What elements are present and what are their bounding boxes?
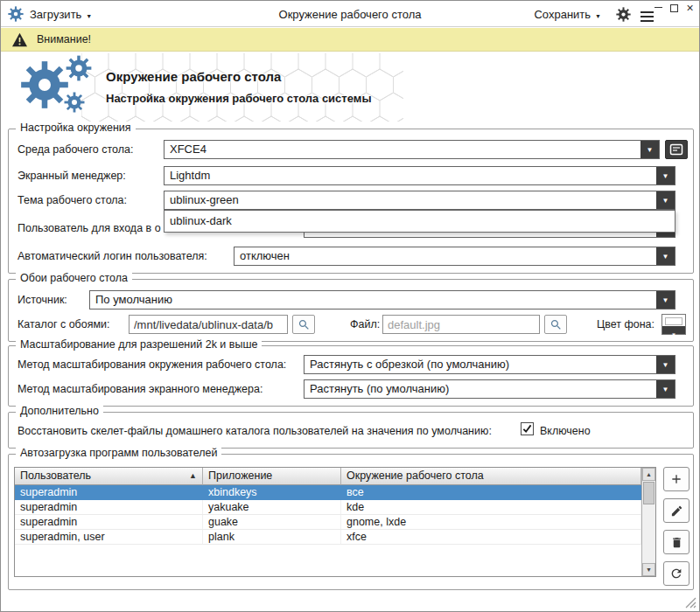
browse-file-button[interactable]	[544, 315, 567, 334]
group-legend: Обои рабочего стола	[16, 272, 132, 284]
warning-label: Внимание!	[37, 33, 91, 45]
hamburger-menu-icon[interactable]	[640, 11, 654, 24]
chevron-down-icon[interactable]	[656, 356, 675, 373]
chevron-down-icon	[662, 326, 685, 334]
dm-scaling-method-label: Метод масштабирования экранного менеджер…	[18, 383, 262, 395]
chevron-down-icon[interactable]	[656, 191, 675, 209]
restore-skel-checkbox[interactable]	[521, 422, 534, 435]
desktop-environment-label: Среда рабочего стола:	[18, 143, 134, 156]
resize-grip[interactable]	[685, 597, 696, 609]
table-row[interactable]: superadmin, user plank xfce	[15, 530, 641, 545]
group-legend: Дополнительно	[16, 405, 103, 417]
checkmark-icon	[522, 424, 532, 434]
desktop-environment-select[interactable]: XFCE4	[164, 140, 660, 159]
cell-user: superadmin	[15, 500, 203, 514]
color-swatch	[665, 317, 682, 325]
cell-desktop-env: kde	[341, 500, 641, 514]
group-wallpaper: Обои рабочего стола Источник: По умолчан…	[8, 279, 694, 342]
cell-application: plank	[203, 530, 341, 544]
app-window: Загрузить Окружение рабочего стола Сохра…	[0, 0, 700, 612]
add-entry-button[interactable]	[663, 467, 690, 491]
logo-gear-medium-icon	[66, 55, 92, 81]
autologin-label: Автоматический логин пользователя:	[18, 250, 207, 262]
group-additional: Дополнительно Восстановить скелет-файлы …	[8, 412, 694, 449]
desktop-theme-select[interactable]: ublinux-green	[164, 191, 676, 210]
restore-skel-checkbox-label: Включено	[540, 425, 591, 437]
app-gear-icon	[8, 6, 24, 22]
chevron-down-icon[interactable]	[640, 141, 659, 158]
column-header-application[interactable]: Приложение	[203, 468, 341, 485]
chevron-down-icon[interactable]	[656, 291, 675, 309]
column-header-desktop-env[interactable]: Окружение рабочего стола	[341, 468, 641, 485]
table-row[interactable]: superadmin guake gnome, lxde	[15, 515, 641, 530]
group-autostart: Автозагрузка программ пользователей Поль…	[8, 454, 694, 590]
settings-gear-icon[interactable]	[616, 7, 631, 22]
window-controls	[654, 3, 695, 13]
logo-gear-large-icon	[20, 60, 69, 109]
chevron-down-icon	[595, 8, 601, 21]
table-body: superadmin xbindkeys все superadmin yaku…	[15, 485, 641, 576]
cell-application: guake	[203, 515, 341, 529]
background-color-label: Цвет фона:	[597, 318, 654, 330]
display-manager-label: Экранный менеджер:	[18, 170, 126, 182]
scroll-up-icon[interactable]	[642, 468, 655, 481]
group-environment-settings: Настройка окружения Среда рабочего стола…	[8, 129, 694, 274]
display-manager-value: Lightdm	[164, 167, 656, 184]
environment-list-button[interactable]	[665, 140, 688, 159]
theme-option-ublinux-dark[interactable]: ublinux-dark	[164, 211, 675, 232]
desktop-scaling-method-value: Растянуть с обрезкой (по умолчанию)	[304, 356, 656, 373]
search-icon	[550, 318, 563, 331]
restore-skel-label: Восстановить скелет-файлы домашнего ката…	[18, 425, 492, 437]
close-button[interactable]	[685, 3, 695, 13]
desktop-scaling-method-select[interactable]: Растянуть с обрезкой (по умолчанию)	[304, 355, 676, 374]
chevron-down-icon[interactable]	[656, 247, 675, 265]
list-icon	[669, 143, 683, 156]
autologin-select[interactable]: отключен	[234, 247, 676, 266]
autologin-value: отключен	[234, 247, 656, 265]
cell-application: xbindkeys	[203, 485, 341, 499]
group-scaling: Масштабирование для разрешений 2k и выше…	[8, 345, 694, 407]
save-menu-button[interactable]: Сохранить	[534, 1, 601, 27]
wallpaper-source-select[interactable]: По умолчанию	[89, 290, 676, 309]
chevron-down-icon[interactable]	[656, 167, 675, 184]
chevron-down-icon[interactable]	[656, 380, 675, 398]
plus-icon	[669, 472, 683, 486]
table-header: Пользователь Приложение Окружение рабоче…	[15, 468, 641, 485]
wallpaper-directory-label: Каталог с обоями:	[18, 318, 110, 330]
hexagon-pattern	[81, 53, 403, 122]
refresh-button[interactable]	[663, 561, 690, 586]
cell-desktop-env: xfce	[341, 530, 641, 544]
column-header-user[interactable]: Пользователь	[15, 468, 203, 485]
load-menu-button[interactable]: Загрузить	[30, 8, 92, 21]
dm-scaling-method-select[interactable]: Растянуть (по умолчанию)	[304, 379, 676, 399]
page-title: Окружение рабочего стола	[106, 69, 281, 84]
delete-entry-button[interactable]	[663, 530, 690, 554]
group-legend: Настройка окружения	[16, 122, 136, 134]
cell-user: superadmin	[15, 515, 203, 529]
wallpaper-file-input[interactable]	[382, 315, 540, 334]
scrollbar-thumb[interactable]	[643, 482, 654, 504]
refresh-icon	[669, 567, 683, 581]
minimize-button[interactable]	[654, 3, 663, 13]
titlebar: Загрузить Окружение рабочего стола Сохра…	[1, 1, 699, 27]
scroll-down-icon[interactable]	[642, 563, 655, 576]
theme-dropdown-panel: ublinux-dark	[164, 210, 676, 233]
cell-user: superadmin, user	[15, 530, 203, 544]
group-legend: Масштабирование для разрешений 2k и выше	[16, 338, 262, 351]
cell-desktop-env: все	[341, 485, 641, 499]
pencil-icon	[670, 504, 683, 518]
edit-entry-button[interactable]	[663, 498, 690, 523]
chevron-down-icon	[86, 8, 92, 21]
logo-gear-small-icon	[64, 92, 85, 113]
table-row[interactable]: superadmin yakuake kde	[15, 500, 641, 515]
display-manager-select[interactable]: Lightdm	[164, 166, 676, 185]
browse-directory-button[interactable]	[292, 315, 315, 334]
maximize-button[interactable]	[669, 3, 679, 13]
wallpaper-directory-input[interactable]	[129, 315, 288, 334]
wallpaper-source-label: Источник:	[18, 294, 67, 306]
background-color-picker[interactable]	[662, 314, 686, 335]
vertical-scrollbar[interactable]	[641, 468, 655, 576]
login-user-label: Пользователь для входа в о	[18, 222, 161, 234]
table-row[interactable]: superadmin xbindkeys все	[15, 485, 641, 500]
load-menu-label: Загрузить	[30, 8, 81, 21]
